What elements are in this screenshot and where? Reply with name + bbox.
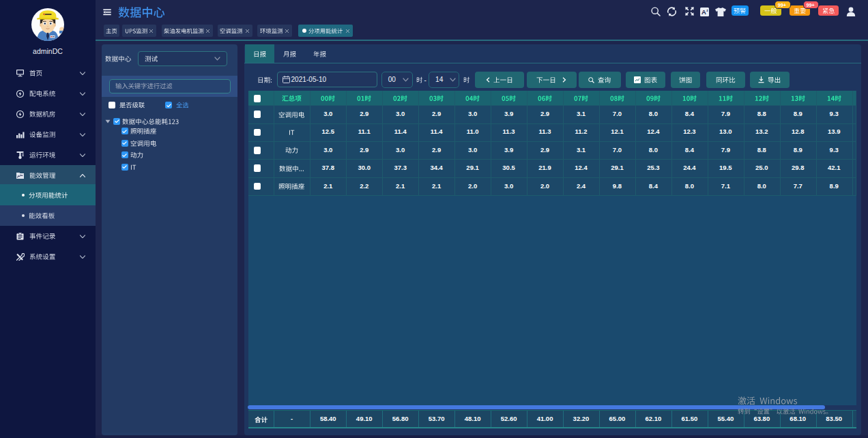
svg-text:A: A: [701, 8, 706, 16]
